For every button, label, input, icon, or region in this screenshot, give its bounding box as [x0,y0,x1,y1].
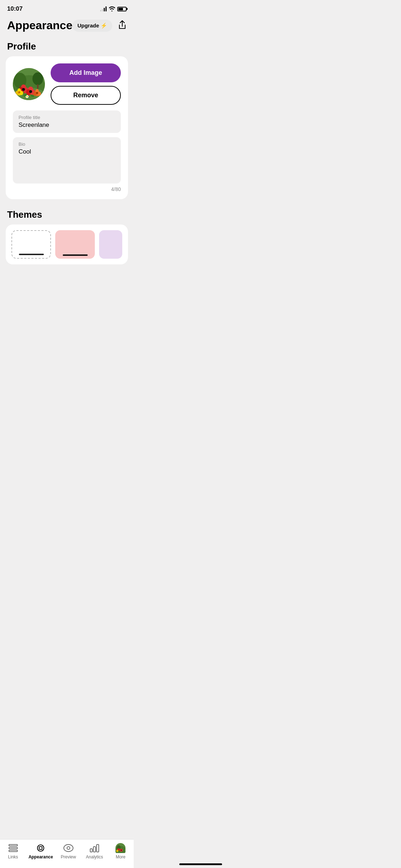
svg-point-21 [15,91,19,95]
signal-icon [100,6,107,11]
themes-card [6,224,128,264]
header-actions: Upgrade ⚡ [72,19,128,32]
theme-line-default [19,254,44,255]
svg-point-11 [22,88,25,91]
bio-label: Bio [19,141,115,147]
svg-rect-5 [37,84,38,89]
status-icons [100,6,127,11]
upgrade-label: Upgrade [77,22,99,29]
remove-button[interactable]: Remove [51,86,121,105]
page-header: Appearance Upgrade ⚡ [0,16,134,38]
profile-title-value: Screenlane [19,122,115,129]
upgrade-button[interactable]: Upgrade ⚡ [72,20,112,32]
page-title: Appearance [7,19,72,32]
profile-section-label: Profile [0,38,134,56]
svg-point-30 [26,96,28,97]
avatar-image [13,68,45,100]
svg-point-26 [33,92,37,96]
svg-point-28 [36,92,38,94]
wifi-icon [109,6,115,11]
theme-option-lavender[interactable] [99,230,122,259]
share-button[interactable] [117,19,128,32]
svg-point-22 [20,91,23,95]
theme-option-pink[interactable] [55,230,95,259]
theme-option-default[interactable] [11,230,51,259]
svg-point-3 [32,72,43,85]
bio-field[interactable]: Bio Cool [13,137,121,184]
battery-icon [117,7,127,11]
theme-line-pink [63,254,88,256]
upgrade-bolt-icon: ⚡ [101,22,107,29]
profile-title-field[interactable]: Profile title Screenlane [13,110,121,133]
avatar [13,68,45,100]
add-image-button[interactable]: Add Image [51,63,121,82]
profile-card: Add Image Remove Profile title Screenlan… [6,56,128,199]
svg-point-27 [37,92,41,96]
profile-image-buttons: Add Image Remove [51,63,121,105]
bio-counter: 4/80 [13,186,121,192]
bio-value: Cool [19,148,115,155]
svg-point-23 [18,91,20,93]
status-time: 10:07 [7,5,22,12]
svg-point-17 [29,90,32,93]
profile-image-row: Add Image Remove [13,63,121,105]
profile-title-label: Profile title [19,115,115,120]
share-icon [118,20,127,30]
status-bar: 10:07 [0,0,134,16]
themes-section-label: Themes [0,206,134,224]
